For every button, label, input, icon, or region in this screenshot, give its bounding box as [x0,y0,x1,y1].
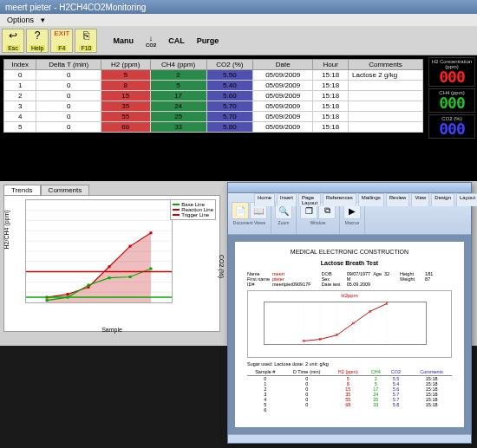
svg-rect-21 [88,283,90,286]
h2-readout: 000 [430,69,474,85]
co2-button[interactable]: ↓CO2 [140,34,161,48]
chart-plot-area [25,199,173,303]
col-header: Delta T (min) [36,60,101,70]
menu-dropdown-icon[interactable]: ▾ [37,16,49,24]
co2-gauge: CO2 (%) 000 [428,114,475,139]
ch4-readout: 000 [430,95,474,111]
toolbar: ↩Esc ?Help EXITF4 ⎘F10 Manu ↓CO2 CAL Pur… [0,26,477,55]
table-row[interactable]: 10855.4005/09/200915:18 [4,81,423,91]
report-page: MEDICAL ELECTRONIC CONSTRUCTION Lactose … [235,242,464,427]
menubar: Options ▾ [0,14,477,26]
f10-button[interactable]: ⎘F10 [75,29,97,53]
ribbon-tab[interactable]: Page Layout [298,193,321,206]
co2-readout: 000 [430,121,474,137]
print-layout-button[interactable]: 📄 [232,202,249,219]
col-header: H2 (ppm) [101,60,150,70]
tab-trends[interactable]: Trends [3,185,41,195]
table-row[interactable]: 4055255.7005/09/200915:18 [4,112,423,122]
word-document-area[interactable]: MEDICAL ELECTRONIC CONSTRUCTION Lactose … [228,235,471,434]
col-header: Date [253,60,313,70]
report-table: Sample #D Time (min)H2 (ppm)CH4CO2Commen… [247,368,452,412]
svg-rect-16 [108,265,111,268]
ribbon-tab[interactable]: Insert [277,193,297,206]
chart-svg [26,200,172,302]
svg-rect-14 [67,293,69,295]
ribbon-tab[interactable]: Mailings [358,193,384,206]
col-header: Index [4,60,36,70]
col-header: CH4 (ppm) [150,60,206,70]
cal-button[interactable]: CAL [163,36,190,45]
esc-icon: ↩ [9,30,17,41]
svg-rect-19 [46,299,49,302]
sugar-line: Sugar used: Lactose dose: 2 unit: g/kg [247,361,452,367]
down-icon: ↓ [149,34,154,42]
help-icon: ? [35,30,41,41]
data-table-panel: IndexDelta T (min)H2 (ppm)CH4 (ppm)CO2 (… [0,55,427,181]
svg-rect-23 [129,276,132,278]
window-titlebar: meert pieter - H2CH4CO2Monitoring [0,0,477,14]
company-name: MEDICAL ELECTRONIC CONSTRUCTION [247,249,452,255]
col-header: Comments [349,60,423,70]
help-button[interactable]: ?Help [26,29,49,53]
report-chart-svg [265,302,426,344]
report-title: Lactose Breath Test [247,260,452,266]
gauge-panel: H2 Concentration (ppm) 000 CH4 (ppm) 000… [427,55,477,181]
f10-icon: ⎘ [83,30,89,41]
ribbon-tab[interactable]: References [323,193,356,206]
col-header: CO2 (%) [206,60,253,70]
svg-rect-24 [150,268,153,270]
table-row[interactable]: 00525.5005/09/200915:18Lactose 2 g/kg [4,70,423,81]
chart-legend: Base Line Reaction Line Trigger Line [170,199,216,220]
table-row[interactable]: 2015175.6005/09/200915:18 [4,91,423,101]
ribbon-tab[interactable]: Layout [456,193,477,206]
svg-rect-22 [108,276,111,279]
menu-options[interactable]: Options [3,16,37,24]
ch4-gauge: CH4 (ppm) 000 [428,88,475,113]
tab-comments[interactable]: Comments [41,185,90,195]
col-header: Hour [313,60,349,70]
ribbon-tab[interactable]: Home [254,193,275,206]
f4-button[interactable]: EXITF4 [50,29,73,53]
manu-button[interactable]: Manu [108,36,139,45]
trend-chart: H2/CH4 (ppm) CO2 (%) Sample Base Line Re… [3,195,220,332]
word-report-window: HomeInsertPage LayoutReferencesMailingsR… [227,182,472,444]
word-titlebar[interactable] [228,183,471,193]
svg-rect-18 [150,231,153,234]
exit-icon: EXIT [55,30,70,37]
svg-rect-17 [129,245,132,248]
ribbon-tab[interactable]: Review [386,193,410,206]
report-row: 6 [247,407,452,412]
h2-gauge: H2 Concentration (ppm) 000 [428,57,475,87]
table-row[interactable]: 3035245.7005/09/200915:18 [4,101,423,112]
esc-button[interactable]: ↩Esc [2,29,24,53]
purge-button[interactable]: Purge [192,36,225,45]
window-title: meert pieter - H2CH4CO2Monitoring [5,3,146,12]
word-statusbar [228,434,471,443]
ribbon-tab[interactable]: Design [431,193,454,206]
data-table: IndexDelta T (min)H2 (ppm)CH4 (ppm)CO2 (… [3,59,423,133]
table-row[interactable]: 5068335.8005/09/200915:18 [4,122,423,133]
ribbon-tab[interactable]: View [411,193,429,206]
report-chart: H2ppm [247,290,452,358]
